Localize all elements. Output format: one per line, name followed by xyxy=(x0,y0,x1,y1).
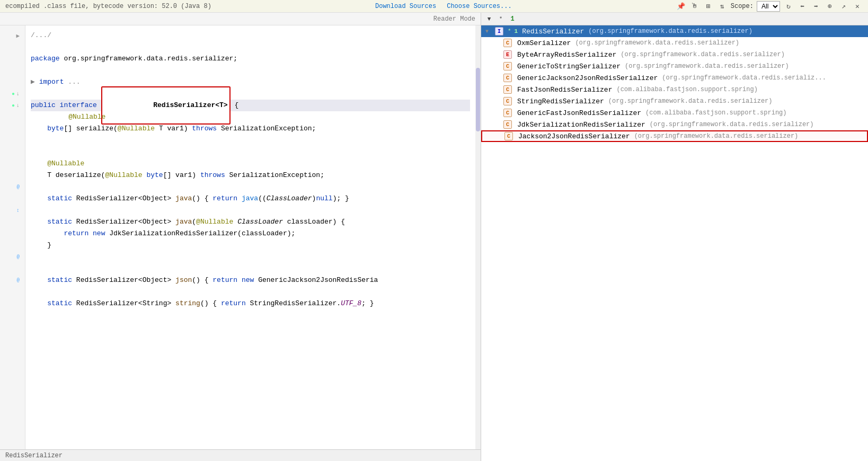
code-line-blank3 xyxy=(31,88,470,100)
hierarchy-item-oxm[interactable]: C OxmSerializer (org.springframework.dat… xyxy=(481,37,868,49)
line-num-13: @ xyxy=(17,274,22,286)
export-icon[interactable]: ↗ xyxy=(838,1,849,12)
item-name-genericfastjson: GenericFastJsonRedisSerializer xyxy=(517,109,641,117)
line-num-blank8 xyxy=(20,240,22,251)
line-num-blank3 xyxy=(20,111,22,123)
line-num-10 xyxy=(20,216,22,228)
code-line-static2: static RedisSerializer<Object> java(@Nul… xyxy=(31,216,470,228)
string-class-icon: C xyxy=(503,97,512,105)
line-numbers: ▶ ●↓ ●↓ @ ↕ @ @ xyxy=(0,25,25,449)
code-line-deserialize: T deserialize(@Nullable byte[] var1) thr… xyxy=(31,170,470,181)
code-line-nullable1: @Nullable xyxy=(31,111,470,123)
item-pkg-redisserializer: (org.springframework.data.redis.serializ… xyxy=(588,28,752,35)
hierarchy-item-jackson2json[interactable]: C Jackson2JsonRedisSerializer (org.sprin… xyxy=(481,130,868,142)
genericjackson2json-class-icon: C xyxy=(503,74,512,82)
genericfastjson-class-icon: C xyxy=(503,109,512,117)
line-num-blank4 xyxy=(20,123,22,135)
code-line-static4: static RedisSerializer<String> string() … xyxy=(31,298,470,309)
forward-icon[interactable]: ➡ xyxy=(811,1,821,12)
item-name-jackson2json: Jackson2JsonRedisSerializer xyxy=(518,132,630,140)
code-line-close1: } xyxy=(31,240,470,251)
jackson2json-class-icon: C xyxy=(504,132,513,140)
oxm-class-icon: C xyxy=(503,39,512,47)
code-line-blank4 xyxy=(31,135,470,146)
expand-icon[interactable]: ⊕ xyxy=(825,1,835,12)
hierarchy-item-fastjson[interactable]: C FastJsonRedisSerializer (com.alibaba.f… xyxy=(481,84,868,95)
line-num-2 xyxy=(20,53,22,65)
bottom-tab-label: RedisSerializer xyxy=(5,452,63,459)
reader-mode-button[interactable]: Reader Mode xyxy=(433,15,475,23)
expand-arrow-icon: ▼ xyxy=(485,29,493,34)
item-name-fastjson: FastJsonRedisSerializer xyxy=(517,86,612,94)
code-line-blank9 xyxy=(31,263,470,274)
line-num-blank6 xyxy=(20,158,22,170)
line-num-11 xyxy=(20,228,22,240)
code-line-static3: static RedisSerializer<Object> json() { … xyxy=(31,274,470,286)
code-line-blank8 xyxy=(31,251,470,263)
top-bar-center: Download Sources Choose Sources... xyxy=(375,3,512,10)
decompiled-label: ecompiled .class file, bytecode version:… xyxy=(5,3,211,10)
cursor-icon[interactable]: 🖱 xyxy=(689,1,700,12)
interface-icon: I xyxy=(495,27,503,36)
line-num-12: @ xyxy=(17,251,22,263)
line-num-6 xyxy=(20,146,22,158)
layout-icon[interactable]: ⊞ xyxy=(703,1,714,12)
code-line-blank1 xyxy=(31,41,470,53)
sort-icon[interactable]: ⇅ xyxy=(717,1,728,12)
hierarchy-item-genericfastjson[interactable]: C GenericFastJsonRedisSerializer (com.al… xyxy=(481,107,868,119)
code-line-blank10 xyxy=(31,286,470,298)
item-name-generictostring: GenericToStringSerializer xyxy=(517,63,621,70)
hierarchy-item-bytearray[interactable]: E ByteArrayRedisSerializer (org.springfr… xyxy=(481,49,868,60)
hierarchy-num-icon[interactable]: 1 xyxy=(508,14,517,24)
code-body: ▶ ●↓ ●↓ @ ↕ @ @ xyxy=(0,25,481,449)
line-num-3 xyxy=(20,65,22,76)
line-num-blank7 xyxy=(20,170,22,181)
hierarchy-star-icon[interactable]: * xyxy=(496,14,506,24)
item-pkg-generictostring: (org.springframework.data.redis.serializ… xyxy=(625,63,789,70)
line-num-8 xyxy=(20,193,22,205)
hierarchy-item-jdk[interactable]: C JdkSerializationRedisSerializer (org.s… xyxy=(481,119,868,130)
item-name-genericjackson2json: GenericJackson2JsonRedisSerializer xyxy=(517,74,658,82)
code-line-ellipsis: /.../ xyxy=(31,30,470,41)
code-content: /.../ package org.springframework.data.r… xyxy=(25,25,475,449)
code-line-blank7 xyxy=(31,205,470,216)
code-header: Reader Mode xyxy=(0,13,481,25)
line-num-9: ↕ xyxy=(16,205,22,216)
item-name-redisserializer: RedisSerializer xyxy=(522,28,584,36)
star-badge: * xyxy=(508,28,511,34)
refresh-icon[interactable]: ↻ xyxy=(783,1,794,12)
hierarchy-panel: ▼ * 1 ▼ I * 1 RedisSerializer (org.sprin… xyxy=(481,13,868,461)
hierarchy-toolbar: ▼ * 1 xyxy=(481,13,868,25)
generictostring-class-icon: C xyxy=(503,62,512,70)
hierarchy-item-redisserializer[interactable]: ▼ I * 1 RedisSerializer (org.springframe… xyxy=(481,25,868,37)
collapse-icon[interactable]: ▼ xyxy=(484,14,494,24)
item-pkg-jdk: (org.springframework.data.redis.serializ… xyxy=(650,121,814,128)
hierarchy-item-string[interactable]: C StringRedisSerializer (org.springframe… xyxy=(481,95,868,107)
code-line-nullable2: @Nullable xyxy=(31,158,470,170)
item-pkg-fastjson: (com.alibaba.fastjson.support.spring) xyxy=(616,86,757,93)
back-icon[interactable]: ⬅ xyxy=(797,1,808,12)
hierarchy-item-genericjackson2json[interactable]: C GenericJackson2JsonRedisSerializer (or… xyxy=(481,72,868,84)
hierarchy-item-generictostring[interactable]: C GenericToStringSerializer (org.springf… xyxy=(481,60,868,72)
line-num-blank10 xyxy=(20,286,22,298)
code-scrollbar[interactable] xyxy=(475,25,481,449)
code-scrollbar-thumb xyxy=(476,68,480,131)
code-line-import: ▶ import ... xyxy=(31,76,470,88)
hierarchy-body: ▼ I * 1 RedisSerializer (org.springframe… xyxy=(481,25,868,461)
item-pkg-bytearray: (org.springframework.data.redis.serializ… xyxy=(621,51,785,58)
pin-icon[interactable]: 📌 xyxy=(676,1,686,12)
item-pkg-genericfastjson: (com.alibaba.fastjson.support.spring) xyxy=(645,109,786,117)
scope-select[interactable]: All xyxy=(757,1,780,12)
item-name-jdk: JdkSerializationRedisSerializer xyxy=(517,121,645,129)
close-icon[interactable]: ✕ xyxy=(852,1,863,12)
main-layout: Reader Mode ▶ ●↓ ●↓ @ ↕ xyxy=(0,13,868,461)
interface-name-highlight: RedisSerializer<T> xyxy=(101,86,231,125)
bottom-bar: RedisSerializer xyxy=(0,449,481,461)
code-line-package: package org.springframework.data.redis.s… xyxy=(31,53,470,65)
item-pkg-string: (org.springframework.data.redis.serializ… xyxy=(608,97,773,105)
line-num-4: ●↓ xyxy=(12,88,22,100)
code-line-blank5 xyxy=(31,146,470,158)
choose-sources-link[interactable]: Choose Sources... xyxy=(447,3,511,10)
line-num-blank xyxy=(20,41,22,53)
download-sources-link[interactable]: Download Sources xyxy=(375,3,436,10)
